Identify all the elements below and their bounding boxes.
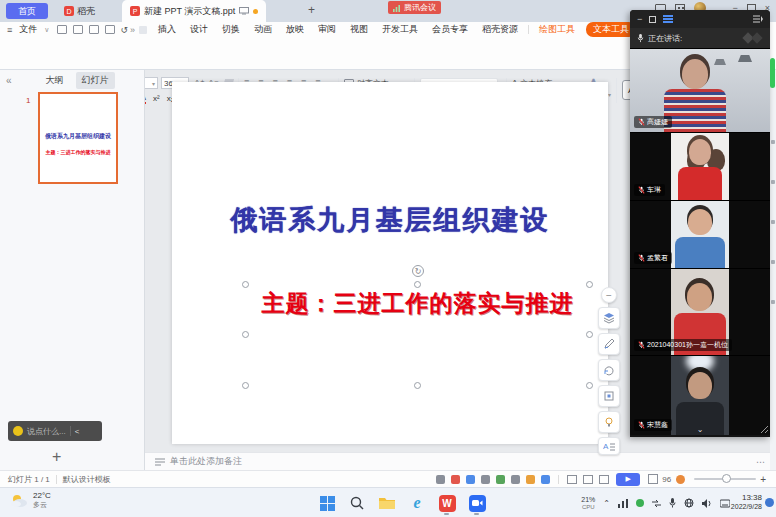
- tray-expand-icon[interactable]: ⌃: [603, 499, 610, 508]
- slide-title[interactable]: 俄语系九月基层组织建设: [172, 202, 608, 238]
- weather-widget[interactable]: 22°C 多云: [10, 491, 51, 510]
- speaker-icon[interactable]: [702, 499, 712, 508]
- statusbar-tool-icon-7[interactable]: [526, 475, 535, 484]
- edit-style-button[interactable]: [598, 333, 620, 355]
- taskbar-search-button[interactable]: [346, 492, 368, 514]
- statusbar-tool-icon-2[interactable]: [451, 475, 460, 484]
- chat-input-placeholder[interactable]: 说点什么...: [27, 426, 66, 437]
- resize-handle-n[interactable]: [414, 281, 421, 288]
- new-tab-button[interactable]: +: [308, 3, 315, 17]
- participant-video-5[interactable]: ⌄ 宋慧鑫: [630, 355, 770, 435]
- meeting-layout-icon[interactable]: [663, 15, 673, 23]
- reading-view-icon[interactable]: [599, 475, 609, 484]
- menu-tab-developer[interactable]: 开发工具: [382, 23, 418, 36]
- statusbar-tool-icon-5[interactable]: [496, 475, 505, 484]
- template-name[interactable]: 默认设计模板: [63, 474, 111, 485]
- activity-chart-icon[interactable]: [618, 499, 628, 508]
- participant-video-4[interactable]: 2021040301孙一嘉一机位: [630, 268, 770, 355]
- menu-tab-member[interactable]: 会员专享: [432, 23, 468, 36]
- meeting-collapse-panel-icon[interactable]: [753, 15, 763, 23]
- sidebar-mini-icon[interactable]: [771, 180, 775, 184]
- file-menu[interactable]: 文件: [19, 23, 37, 36]
- zoom-in-button[interactable]: +: [760, 474, 766, 485]
- menu-tab-review[interactable]: 审阅: [318, 23, 336, 36]
- touch-keyboard-icon[interactable]: [720, 499, 730, 508]
- resize-handle-ne[interactable]: [586, 281, 593, 288]
- superscript-button[interactable]: x²: [153, 94, 160, 103]
- selected-textbox[interactable]: 主题：三进工作的落实与推进 ↻: [246, 285, 589, 385]
- resize-handle-w[interactable]: [242, 331, 249, 338]
- notification-badge[interactable]: [765, 498, 774, 507]
- resize-handle-sw[interactable]: [242, 382, 249, 389]
- play-slideshow-button[interactable]: ▶: [616, 473, 640, 486]
- save-icon[interactable]: [57, 25, 67, 34]
- statusbar-tool-icon-8[interactable]: [541, 475, 550, 484]
- fit-slide-icon[interactable]: [648, 474, 658, 484]
- statusbar-tool-icon-1[interactable]: [436, 475, 445, 484]
- document-tab[interactable]: P 新建 PPT 演示文稿.ppt: [122, 0, 266, 22]
- menu-tab-text-tools[interactable]: 文本工具: [586, 22, 636, 37]
- statusbar-tool-icon-4[interactable]: [481, 475, 490, 484]
- zoom-slider-thumb[interactable]: [722, 474, 731, 483]
- rotate-shape-button[interactable]: [598, 359, 620, 381]
- resize-handle-se[interactable]: [586, 382, 593, 389]
- preview-icon[interactable]: [105, 25, 115, 34]
- wps-button[interactable]: W: [436, 492, 458, 514]
- menu-tab-draw-tools[interactable]: 绘图工具: [539, 23, 575, 36]
- resize-handle-e[interactable]: [586, 331, 593, 338]
- normal-view-icon[interactable]: [567, 475, 577, 484]
- internet-explorer-button[interactable]: e: [406, 492, 428, 514]
- clock-widget[interactable]: 13:38 2022/9/28: [731, 493, 762, 511]
- notes-placeholder[interactable]: 单击此处添加备注: [170, 455, 242, 468]
- sidebar-mini-icon[interactable]: [771, 220, 775, 224]
- participant-video-1[interactable]: ⌃ 高婕婕: [630, 48, 770, 132]
- export-icon[interactable]: [73, 25, 83, 34]
- participant-video-2[interactable]: 车琳: [630, 132, 770, 200]
- resize-corner-icon[interactable]: [760, 425, 769, 434]
- notes-more-icon[interactable]: ⋯: [756, 457, 766, 467]
- menu-tab-transition[interactable]: 切换: [222, 23, 240, 36]
- cpu-widget[interactable]: 21% CPU: [581, 496, 595, 510]
- start-button[interactable]: [316, 492, 338, 514]
- smart-suggest-button[interactable]: [598, 411, 620, 433]
- menu-tab-insert[interactable]: 插入: [158, 23, 176, 36]
- layer-order-button[interactable]: [598, 307, 620, 329]
- antivirus-tray-icon[interactable]: [636, 499, 644, 507]
- slide-sorter-view-icon[interactable]: [583, 475, 593, 484]
- collapse-quick-toolbar-icon[interactable]: −: [601, 287, 617, 303]
- text-tools-button[interactable]: A: [598, 437, 620, 455]
- file-explorer-button[interactable]: [376, 492, 398, 514]
- notes-area[interactable]: 单击此处添加备注 ⋯: [145, 452, 776, 470]
- eye-protection-icon[interactable]: [676, 475, 685, 484]
- start-tab-icon[interactable]: [139, 26, 147, 34]
- network-globe-icon[interactable]: [684, 498, 694, 508]
- meeting-chat-bar[interactable]: 说点什么... <: [8, 421, 102, 441]
- tab-slides[interactable]: 幻灯片: [76, 72, 115, 89]
- toolbar-overflow-icon[interactable]: »: [130, 25, 135, 35]
- tab-outline[interactable]: 大纲: [40, 72, 70, 89]
- hamburger-icon[interactable]: ≡: [7, 25, 12, 35]
- add-slide-button[interactable]: +: [52, 448, 61, 466]
- menu-tab-slideshow[interactable]: 放映: [286, 23, 304, 36]
- home-button[interactable]: 首页: [6, 3, 48, 19]
- slide-thumbnail-1[interactable]: 俄语系九月基层组织建设 主题：三进工作的落实与推进: [38, 92, 118, 184]
- chat-collapse-icon[interactable]: <: [75, 427, 80, 436]
- menu-tab-view[interactable]: 视图: [350, 23, 368, 36]
- frame-button[interactable]: [598, 385, 620, 407]
- microphone-tray-icon[interactable]: [669, 498, 676, 508]
- scroll-indicator[interactable]: [770, 58, 775, 88]
- slide-canvas[interactable]: 俄语系九月基层组织建设 主题：三进工作的落实与推进 ↻: [172, 82, 608, 444]
- tencent-meeting-button[interactable]: [466, 492, 488, 514]
- sidebar-mini-icon[interactable]: [771, 260, 775, 264]
- menu-tab-animation[interactable]: 动画: [254, 23, 272, 36]
- slide-subtitle[interactable]: 主题：三进工作的落实与推进: [246, 288, 589, 319]
- undo-icon[interactable]: ↺: [120, 25, 128, 35]
- docer-tab[interactable]: D 稻壳: [56, 0, 103, 22]
- rotate-handle[interactable]: ↻: [412, 265, 424, 277]
- collapse-panel-icon[interactable]: «: [6, 75, 12, 86]
- chevron-down-icon[interactable]: ⌄: [697, 425, 704, 434]
- resize-handle-nw[interactable]: [242, 281, 249, 288]
- statusbar-tool-icon-6[interactable]: [511, 475, 520, 484]
- chevron-up-icon[interactable]: ⌃: [697, 51, 704, 60]
- menu-tab-docer-resources[interactable]: 稻壳资源: [482, 23, 518, 36]
